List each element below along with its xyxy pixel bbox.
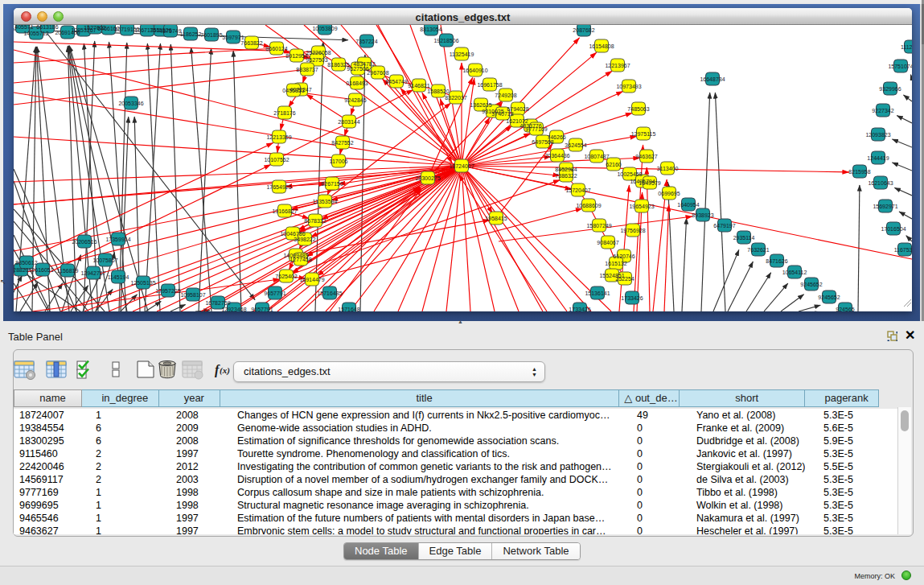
svg-text:8660124: 8660124: [265, 46, 287, 51]
svg-text:8267150: 8267150: [321, 181, 343, 187]
svg-text:3498222: 3498222: [294, 237, 315, 242]
svg-text:16640910: 16640910: [462, 68, 487, 73]
svg-text:20053346: 20053346: [118, 101, 143, 106]
svg-text:3740718: 3740718: [491, 111, 513, 117]
svg-text:16961758: 16961758: [477, 82, 502, 88]
svg-text:19218506: 19218506: [433, 38, 458, 43]
svg-text:1958415: 1958415: [485, 216, 507, 221]
svg-text:1244419: 1244419: [867, 155, 889, 161]
svg-text:9527503: 9527503: [306, 57, 327, 63]
svg-text:9242845: 9242845: [344, 97, 366, 103]
svg-text:10973493: 10973493: [616, 84, 641, 89]
svg-text:62160: 62160: [606, 162, 622, 167]
svg-text:8471626: 8471626: [766, 258, 787, 264]
svg-text:1733426: 1733426: [569, 307, 590, 312]
svg-text:20364436: 20364436: [544, 153, 569, 159]
svg-text:1588520: 1588520: [427, 89, 449, 94]
svg-text:9227342: 9227342: [872, 108, 893, 113]
svg-text:9777169: 9777169: [525, 126, 547, 132]
svg-text:8678332: 8678332: [304, 218, 326, 224]
svg-text:1145194: 1145194: [108, 274, 129, 280]
svg-text:1362615: 1362615: [470, 102, 491, 108]
svg-text:10053809: 10053809: [312, 26, 337, 31]
svg-text:8838737: 8838737: [296, 67, 318, 72]
svg-text:16154808: 16154808: [589, 43, 614, 49]
svg-text:1112541: 1112541: [901, 44, 912, 50]
svg-text:10807487: 10807487: [584, 154, 609, 159]
svg-text:6479197: 6479197: [713, 223, 735, 229]
svg-text:9245652: 9245652: [818, 295, 840, 300]
svg-text:0699695: 0699695: [658, 191, 680, 196]
svg-text:15692971: 15692971: [873, 204, 897, 209]
svg-text:1649579: 1649579: [639, 180, 660, 186]
svg-text:19756928: 19756928: [620, 228, 645, 233]
svg-text:1733426: 1733426: [621, 295, 643, 301]
svg-text:17016504: 17016504: [881, 226, 906, 232]
svg-text:1640954: 1640954: [677, 202, 699, 208]
svg-text:16782759: 16782759: [205, 300, 230, 306]
svg-text:10075867: 10075867: [92, 257, 117, 263]
svg-text:2967608: 2967608: [367, 70, 388, 76]
svg-text:9329966: 9329966: [879, 86, 901, 92]
svg-text:1156819: 1156819: [57, 268, 79, 274]
svg-text:2718176: 2718176: [273, 110, 295, 116]
svg-text:10046786: 10046786: [280, 231, 305, 237]
svg-text:7632621: 7632621: [747, 247, 769, 253]
svg-text:10025458: 10025458: [617, 171, 642, 177]
svg-text:117006: 117006: [330, 159, 348, 164]
svg-text:8427552: 8427552: [331, 140, 353, 146]
svg-text:924565: 924565: [836, 307, 854, 312]
svg-text:16648784: 16648784: [700, 76, 725, 82]
svg-text:8813054: 8813054: [420, 27, 441, 32]
svg-text:11325419: 11325419: [450, 51, 474, 57]
svg-text:1186252: 1186252: [180, 31, 202, 37]
svg-text:12975115: 12975115: [631, 131, 656, 137]
svg-text:14055712: 14055712: [23, 31, 48, 36]
svg-text:8215958: 8215958: [848, 169, 870, 175]
svg-text:9084067: 9084067: [597, 240, 618, 245]
svg-text:6120746: 6120746: [613, 253, 634, 259]
svg-text:1571648: 1571648: [338, 307, 359, 312]
svg-text:10654112: 10654112: [782, 270, 807, 275]
svg-text:5597971: 5597971: [222, 35, 244, 40]
svg-text:7386322: 7386322: [555, 173, 577, 179]
svg-text:9146821: 9146821: [408, 83, 429, 89]
svg-text:9657791: 9657791: [251, 307, 273, 312]
svg-text:28300275: 28300275: [415, 175, 440, 181]
svg-text:1405571: 1405571: [14, 25, 34, 30]
svg-text:2087682: 2087682: [573, 27, 594, 33]
svg-text:12923468: 12923468: [221, 307, 246, 312]
svg-text:12093823: 12093823: [865, 132, 890, 138]
svg-text:19166827: 19166827: [272, 208, 297, 214]
svg-text:0168493: 0168493: [346, 80, 368, 86]
svg-text:15807249: 15807249: [586, 223, 611, 229]
svg-text:20206516: 20206516: [72, 239, 97, 245]
svg-text:19654923: 19654923: [629, 204, 654, 209]
svg-text:7357224: 7357224: [355, 39, 377, 44]
svg-text:15136141: 15136141: [585, 290, 610, 296]
svg-text:7601895: 7601895: [200, 32, 222, 38]
svg-text:10107552: 10107552: [264, 157, 289, 163]
svg-text:2935114: 2935114: [733, 235, 755, 241]
svg-text:252254: 252254: [615, 276, 634, 282]
svg-text:8322037: 8322037: [445, 95, 466, 101]
svg-text:25226058: 25226058: [306, 50, 331, 56]
svg-text:8938923: 8938923: [692, 212, 713, 218]
svg-text:16914479: 16914479: [299, 277, 324, 282]
svg-text:17359914: 17359914: [105, 237, 130, 242]
svg-text:2803144: 2803144: [338, 119, 359, 125]
svg-text:12213967: 12213967: [605, 63, 630, 68]
svg-text:9245652: 9245652: [800, 282, 822, 287]
svg-text:8452984: 8452984: [555, 167, 577, 172]
svg-text:6497568: 6497568: [532, 139, 553, 145]
svg-text:5288200: 5288200: [14, 267, 32, 273]
svg-text:15716485: 15716485: [317, 290, 342, 296]
svg-text:8454749: 8454749: [385, 79, 407, 84]
svg-text:18724007: 18724007: [449, 163, 474, 169]
svg-text:16210643: 16210643: [868, 180, 893, 186]
svg-text:15751074: 15751074: [888, 64, 912, 69]
svg-text:9657791: 9657791: [264, 290, 285, 296]
svg-text:8912954: 8912954: [285, 53, 307, 59]
svg-text:12942757: 12942757: [80, 270, 105, 276]
svg-text:12505135: 12505135: [130, 280, 155, 286]
